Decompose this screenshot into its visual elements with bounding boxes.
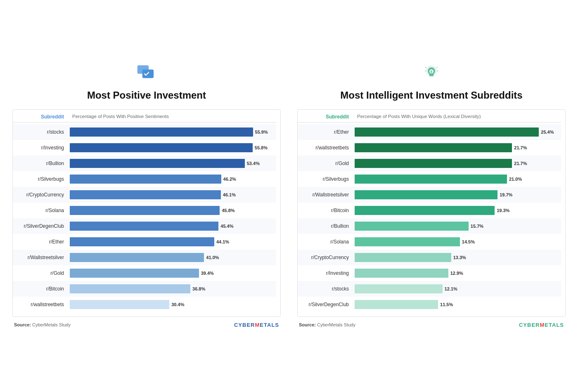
row-label: r/Silverbugs [16,176,70,182]
table-row: r/Bitcoin36.8% [13,281,276,297]
row-label: r/wallstreetbets [16,302,70,307]
bar [70,190,221,199]
left-bars-container: r/stocks55.9%r/Investing55.8%r/Bullion53… [13,124,276,312]
bar-container: 14.5% [355,236,558,247]
page-container: Most Positive Investment Subreddit Perce… [12,56,566,336]
row-label: r/Ether [16,239,70,245]
bar [70,206,220,215]
bar-container: 19.7% [355,189,558,200]
row-label: r/Ether [301,129,355,135]
bar-value: 30.4% [171,302,184,307]
bar [70,253,204,262]
bar [70,143,253,152]
bar-value: 21.7% [514,161,527,166]
bar-container: 41.0% [70,252,273,263]
bar-container: 21.7% [355,142,558,153]
bar-container: 55.9% [70,127,273,137]
right-chart-area: Subreddit Percentage of Posts With Uniqu… [297,109,566,317]
right-footer: Source: CyberMetals Study CYBERMETALS [297,322,566,328]
row-label: r/Investing [16,145,70,151]
bar-value: 21.0% [509,177,522,182]
bar-container: 21.7% [355,158,558,169]
row-label: r/Bullion [16,161,70,166]
row-label: r/Bullion [301,223,355,229]
bar-container: 39.4% [70,268,273,279]
bar [355,300,438,309]
row-label: r/Investing [301,270,355,276]
row-label: r/Bitcoin [16,286,70,292]
bar-container: 12.9% [355,268,558,279]
bar-value: 46.1% [223,192,236,197]
table-row: r/Silverbugs21.0% [298,171,561,187]
table-row: r/CryptoCurrency13.3% [298,250,561,265]
bar-container: 44.1% [70,236,273,247]
bar-value: 45.8% [222,208,235,213]
table-row: r/SilverDegenClub11.5% [298,297,561,312]
bar-value: 41.0% [206,255,219,260]
bar-container: 21.0% [355,174,558,184]
lightbulb-dollar-icon: $ [422,64,441,86]
bar-value: 44.1% [216,239,229,244]
table-row: r/stocks55.9% [13,124,276,140]
right-brand-logo: CYBERMETALS [519,322,564,328]
bar [70,284,190,293]
bar-container: 30.4% [70,299,273,310]
bar-container: 13.3% [355,252,558,263]
bar-value: 25.4% [541,130,554,135]
table-row: r/Bullion15.7% [298,218,561,234]
row-label: r/stocks [301,286,355,292]
bar [70,175,221,184]
table-row: r/Gold21.7% [298,156,561,171]
right-chart-header: Subreddit Percentage of Posts With Uniqu… [298,114,561,123]
right-bars-container: r/Ether25.4%r/wallstreetbets21.7%r/Gold2… [298,124,561,312]
left-chart-header: Subreddit Percentage of Posts With Posit… [13,114,276,123]
bar-container: 55.8% [70,142,273,153]
table-row: r/Bullion53.4% [13,156,276,171]
bar [355,128,539,137]
row-label: r/CryptoCurrency [301,255,355,260]
row-label: r/Solana [16,208,70,213]
row-label: r/stocks [16,129,70,135]
row-label: r/Gold [16,270,70,276]
table-row: r/stocks12.1% [298,281,561,297]
bar [355,190,497,199]
table-row: r/SilverDegenClub45.4% [13,218,276,234]
bar [355,175,507,184]
table-row: r/Gold39.4% [13,265,276,281]
bar-value: 46.2% [223,177,236,182]
left-source: Source: CyberMetals Study [14,322,71,327]
bar-value: 21.7% [514,145,527,150]
left-col-desc: Percentage of Posts With Positive Sentim… [70,114,169,120]
table-row: r/Wallstreetsilver41.0% [13,250,276,265]
row-label: r/Wallstreetsilver [301,192,355,198]
bar-value: 55.9% [255,130,268,135]
row-label: r/CryptoCurrency [16,192,70,198]
table-row: r/wallstreetbets30.4% [13,297,276,312]
bar-value: 36.8% [192,286,205,291]
table-row: r/Wallstreetsilver19.7% [298,187,561,203]
row-label: r/Solana [301,239,355,245]
bar-value: 14.5% [462,239,475,244]
right-col-desc: Percentage of Posts With Unique Words (L… [355,114,481,120]
bar-value: 19.3% [497,208,509,213]
chat-checkmark-icon [137,64,156,86]
bar [355,143,512,152]
bar [70,159,245,168]
table-row: r/Solana14.5% [298,234,561,250]
left-subreddit-col-label: Subreddit [16,114,70,120]
table-row: r/CryptoCurrency46.1% [13,187,276,203]
bar [355,159,512,168]
bar-value: 45.4% [220,224,233,229]
bar [355,237,460,246]
row-label: r/Wallstreetsilver [16,255,70,260]
bar [355,206,495,215]
bar-value: 13.3% [453,255,466,260]
table-row: r/Solana45.8% [13,203,276,218]
right-chart-title: Most Intelligent Investment Subreddits [340,90,522,101]
bar [70,300,169,309]
right-chart-panel: $ Most Intelligent Investment Subreddits… [297,64,566,328]
bar-value: 15.7% [471,224,483,229]
bar-container: 25.4% [355,127,558,137]
right-subreddit-col-label: Subreddit [301,114,355,120]
bar [70,222,218,231]
